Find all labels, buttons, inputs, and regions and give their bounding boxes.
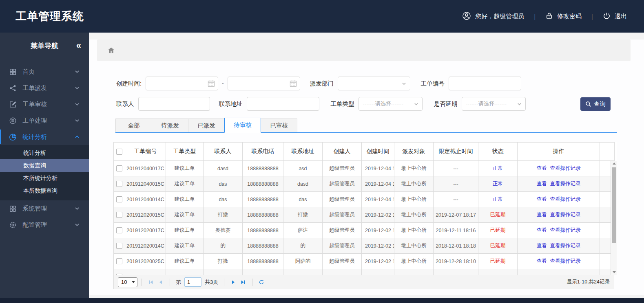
sidebar-item-home[interactable]: 首页: [0, 64, 89, 80]
contact-input[interactable]: [138, 97, 210, 111]
next-page-button[interactable]: [229, 278, 237, 286]
select-all-checkbox[interactable]: [116, 149, 122, 155]
first-page-button[interactable]: [147, 278, 155, 286]
page-size-select[interactable]: 10: [118, 277, 137, 287]
last-page-button[interactable]: [239, 278, 247, 286]
sidebar-item-statistics[interactable]: 统计分析: [0, 129, 89, 145]
col-actions: 操作: [518, 143, 600, 161]
view-log-link[interactable]: 查看操作记录: [550, 258, 581, 264]
change-password-button[interactable]: 修改密码: [545, 12, 582, 21]
logout-button[interactable]: 退出: [603, 12, 627, 21]
view-link[interactable]: 查看: [537, 181, 547, 187]
scrollbar-thumb[interactable]: [612, 167, 616, 243]
cell-target: 墩上中心所: [394, 238, 434, 254]
delayed-label: 是否延期: [434, 100, 458, 108]
page-number-input[interactable]: [184, 277, 201, 287]
sidebar-item-system[interactable]: 系统管理: [0, 200, 89, 217]
row-checkbox[interactable]: [116, 258, 122, 264]
view-log-link[interactable]: 查看操作记录: [550, 227, 581, 233]
cell-creator: 超级管理员: [323, 238, 362, 254]
view-log-link[interactable]: 查看操作记录: [550, 181, 581, 187]
view-link[interactable]: 查看: [537, 165, 547, 171]
user-greeting[interactable]: 您好，超级管理员: [462, 11, 524, 22]
dispatch-dept-select[interactable]: [338, 77, 410, 90]
cell-deadline: 2018-12-01 18:18: [434, 238, 478, 254]
sidebar-item-review[interactable]: 工单审核: [0, 96, 89, 112]
sidebar-title: 菜单导航: [31, 41, 58, 50]
cell-order-no: 201912020025C: [125, 254, 166, 269]
sidebar-item-dispatch[interactable]: 工单派发: [0, 80, 89, 96]
cell-type: 建议工单: [166, 176, 204, 192]
row-checkbox[interactable]: [116, 181, 122, 187]
date-from-input[interactable]: [146, 77, 218, 90]
sidebar-subitem-statistics[interactable]: 统计分析: [0, 147, 89, 159]
search-button[interactable]: 查询: [580, 97, 611, 111]
row-checkbox[interactable]: [116, 165, 122, 171]
view-link[interactable]: 查看: [537, 243, 547, 248]
tab-pending-dispatch[interactable]: 待派发: [152, 119, 188, 132]
sidebar-item-process[interactable]: 工单处理: [0, 112, 89, 129]
sidebar-subitem-data-query[interactable]: 数据查询: [0, 159, 89, 172]
cell-checkbox: [114, 161, 125, 176]
col-creator: 创建人: [323, 143, 362, 161]
cell-target: 墩上中心所: [394, 254, 434, 269]
cell-status: 正常: [478, 192, 518, 207]
content-panel: 创建时间: - 派发部门 工单编号 联系人: [89, 40, 644, 295]
row-checkbox[interactable]: [116, 212, 122, 218]
cell-deadline: ---: [434, 192, 478, 207]
view-link[interactable]: 查看: [537, 212, 547, 217]
vertical-scrollbar[interactable]: [611, 161, 617, 275]
order-type-select[interactable]: -------请选择-------: [359, 97, 423, 111]
sidebar-item-config[interactable]: 配置管理: [0, 217, 89, 233]
refresh-button[interactable]: [257, 278, 266, 286]
view-link[interactable]: 查看: [537, 227, 547, 233]
date-to-input[interactable]: [228, 77, 300, 90]
main-area: 创建时间: - 派发部门 工单编号 联系人: [89, 33, 644, 298]
pie-chart-icon: [9, 133, 17, 141]
status-tabs: 全部 待派发 已派发 待审核 已审核: [115, 118, 617, 133]
collapse-icon[interactable]: «: [76, 41, 80, 50]
sidebar-subitem-local-statistics[interactable]: 本所统计分析: [0, 172, 89, 184]
status-badge: 正常: [493, 196, 503, 202]
cell-status: 正常: [478, 161, 518, 176]
scroll-down-arrow[interactable]: [611, 270, 617, 275]
view-link[interactable]: 查看: [537, 196, 547, 202]
view-log-link[interactable]: 查看操作记录: [550, 212, 581, 217]
tab-pending-review[interactable]: 待审核: [224, 118, 261, 133]
row-checkbox[interactable]: [116, 196, 122, 202]
cell-empty: [394, 269, 434, 276]
view-log-link[interactable]: 查看操作记录: [550, 165, 581, 171]
col-phone: 联系电话: [243, 143, 283, 161]
cell-contact: das: [204, 192, 243, 207]
row-checkbox[interactable]: [116, 227, 122, 233]
cell-deadline: 2019-12-07 18:17: [434, 207, 478, 223]
tab-reviewed[interactable]: 已审核: [261, 119, 297, 132]
cell-order-no: 201912020017C: [125, 223, 166, 238]
cell-order-no: 201912020014C: [125, 238, 166, 254]
row-checkbox[interactable]: [116, 274, 122, 275]
sidebar-subitem-local-data-query[interactable]: 本所数据查询: [0, 184, 89, 197]
address-input[interactable]: [247, 97, 319, 111]
dispatch-dept-label: 派发部门: [310, 80, 334, 88]
total-pages: 共3页: [205, 279, 218, 286]
cell-address: 萨达: [283, 223, 323, 238]
contact-label: 联系人: [116, 100, 134, 108]
home-icon[interactable]: [107, 46, 115, 54]
tab-dispatched[interactable]: 已派发: [188, 119, 225, 132]
cell-address: asd: [283, 161, 323, 176]
cell-phone: 18888888888: [243, 176, 283, 192]
table-row: 201912020014C建议工单的18888888888的超级管理员2019-…: [114, 238, 615, 254]
table-row: 201912040017C建议工单dasd18888888888asd超级管理员…: [114, 161, 615, 176]
view-link[interactable]: 查看: [537, 258, 547, 264]
view-log-link[interactable]: 查看操作记录: [550, 196, 581, 202]
view-log-link[interactable]: 查看操作记录: [550, 243, 581, 248]
cell-target: 墩上中心所: [394, 161, 434, 176]
delayed-select[interactable]: -------请选择-------: [462, 97, 526, 111]
prev-page-button[interactable]: [157, 278, 165, 286]
col-contact: 联系人: [204, 143, 243, 161]
th-large-icon: [9, 205, 17, 213]
tab-all[interactable]: 全部: [115, 119, 152, 132]
scroll-up-arrow[interactable]: [611, 161, 617, 166]
order-no-input[interactable]: [449, 77, 521, 90]
row-checkbox[interactable]: [116, 243, 122, 249]
